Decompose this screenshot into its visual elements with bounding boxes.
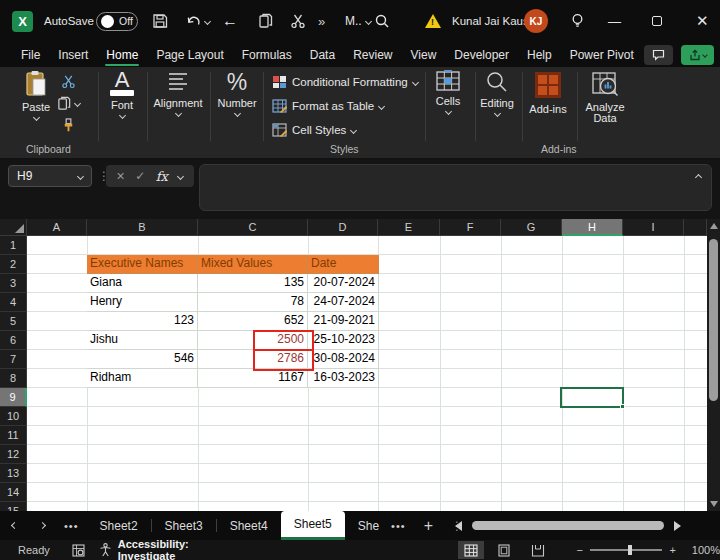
scroll-down-icon[interactable]: [710, 501, 718, 507]
previous-sheet-button[interactable]: [0, 523, 28, 528]
font-group-button[interactable]: A Font: [96, 70, 148, 132]
cancel-entry-button[interactable]: ×: [117, 168, 125, 184]
column-header-e[interactable]: E: [378, 219, 440, 236]
tab-file[interactable]: File: [12, 42, 49, 67]
addins-button[interactable]: Add-ins: [522, 70, 574, 132]
column-header-d[interactable]: D: [308, 219, 378, 236]
tab-review[interactable]: Review: [344, 42, 401, 67]
select-all-button[interactable]: [0, 219, 27, 236]
formula-input[interactable]: [199, 164, 712, 211]
vertical-scroll-thumb[interactable]: [709, 239, 718, 401]
zoom-out-button[interactable]: −: [577, 544, 583, 556]
undo-button[interactable]: [185, 0, 210, 42]
column-header-i[interactable]: I: [623, 219, 684, 236]
header-executive-names[interactable]: Executive Names: [87, 255, 198, 274]
accessibility-button[interactable]: [99, 543, 112, 557]
row-header-7[interactable]: 7: [0, 350, 27, 369]
row-header-10[interactable]: 10: [0, 407, 27, 426]
maximize-button[interactable]: [652, 0, 662, 42]
zoom-in-button[interactable]: +: [669, 544, 675, 556]
tab-developer[interactable]: Developer: [445, 42, 518, 67]
page-layout-view-button[interactable]: [492, 541, 517, 559]
back-arrow-button[interactable]: ←: [222, 0, 238, 42]
column-header-f[interactable]: F: [440, 219, 501, 236]
conditional-formatting-button[interactable]: Conditional Formatting: [272, 71, 418, 93]
name-box[interactable]: H9: [8, 165, 92, 187]
number-group-button[interactable]: % Number: [211, 70, 263, 132]
row-header-8[interactable]: 8: [0, 369, 27, 388]
autosave-toggle[interactable]: Off: [96, 0, 138, 42]
row-header-14[interactable]: 14: [0, 483, 27, 502]
cut-ribbon-button[interactable]: [56, 70, 80, 92]
sheet-tab-sheet5-active[interactable]: Sheet5: [281, 511, 345, 540]
sheet-tab-sheet3[interactable]: Sheet3: [152, 511, 216, 540]
column-header-g[interactable]: G: [501, 219, 562, 236]
zoom-slider-thumb[interactable]: [628, 545, 632, 555]
row-header-4[interactable]: 4: [0, 293, 27, 312]
cell-b4[interactable]: Henry: [87, 293, 198, 312]
copy-button[interactable]: [258, 0, 274, 42]
scroll-left-icon[interactable]: [455, 521, 462, 531]
tab-power-pivot[interactable]: Power Pivot: [561, 42, 643, 67]
close-button[interactable]: ✕: [696, 0, 709, 42]
sheet-tab-sheet4[interactable]: Sheet4: [217, 511, 281, 540]
collapse-formula-bar-icon[interactable]: [695, 174, 702, 181]
scroll-right-icon[interactable]: [674, 521, 681, 531]
sheet-body[interactable]: 1 2 3 4 5 6 7 8 9 10 11 12 13 14 15 Exec…: [0, 236, 707, 511]
fx-dropdown-icon[interactable]: [177, 172, 184, 179]
column-header-a[interactable]: A: [27, 219, 87, 236]
all-sheets-button[interactable]: •••: [56, 520, 87, 532]
column-header-b[interactable]: B: [87, 219, 198, 236]
page-break-preview-button[interactable]: [525, 541, 550, 559]
qat-custom-button[interactable]: M..: [345, 0, 371, 42]
row-header-5[interactable]: 5: [0, 312, 27, 331]
copy-ribbon-button[interactable]: [56, 92, 80, 114]
cell-c4[interactable]: 78: [198, 293, 308, 312]
tab-help[interactable]: Help: [518, 42, 561, 67]
row-header-13[interactable]: 13: [0, 464, 27, 483]
save-button[interactable]: [152, 0, 168, 42]
row-header-3[interactable]: 3: [0, 274, 27, 293]
ideas-button[interactable]: [570, 0, 585, 42]
comments-button[interactable]: [644, 45, 673, 65]
cell-b5[interactable]: 123: [87, 312, 198, 331]
confirm-entry-button[interactable]: ✓: [135, 169, 145, 183]
selected-cell-h9[interactable]: [560, 387, 624, 408]
alert-indicator[interactable]: !: [425, 0, 441, 42]
cut-button[interactable]: [290, 0, 306, 42]
accessibility-status[interactable]: Accessibility: Investigate: [118, 538, 247, 560]
tab-view[interactable]: View: [402, 42, 446, 67]
editing-group-button[interactable]: Editing: [471, 70, 523, 132]
qat-more-button[interactable]: »: [318, 0, 325, 42]
share-button[interactable]: [681, 45, 714, 65]
cell-styles-button[interactable]: Cell Styles: [272, 119, 356, 141]
tab-home[interactable]: Home: [97, 42, 147, 67]
column-header-h-selected[interactable]: H: [562, 219, 623, 236]
alignment-group-button[interactable]: Alignment: [152, 70, 204, 132]
header-mixed-values[interactable]: Mixed Values: [198, 255, 308, 274]
account-button[interactable]: KJ: [524, 0, 548, 42]
row-header-12[interactable]: 12: [0, 445, 27, 464]
cell-c8[interactable]: 1167: [198, 369, 308, 388]
next-sheet-button[interactable]: [28, 523, 56, 528]
format-painter-button[interactable]: [56, 114, 80, 136]
zoom-level[interactable]: 100%: [692, 544, 720, 556]
sheet-overflow-button[interactable]: •••: [383, 520, 414, 532]
column-header-c[interactable]: C: [198, 219, 308, 236]
paste-dropdown-icon[interactable]: [32, 114, 39, 121]
macro-record-button[interactable]: [72, 544, 85, 557]
scroll-up-icon[interactable]: [710, 223, 718, 229]
cell-d5[interactable]: 21-09-2021: [308, 312, 379, 331]
cell-c3[interactable]: 135: [198, 274, 308, 293]
tab-formulas[interactable]: Formulas: [233, 42, 301, 67]
add-sheet-button[interactable]: +: [414, 517, 443, 535]
row-header-15[interactable]: 15: [0, 502, 27, 511]
undo-dropdown-icon[interactable]: [204, 17, 211, 24]
fill-handle[interactable]: [620, 404, 625, 409]
tab-insert[interactable]: Insert: [49, 42, 97, 67]
row-header-1[interactable]: 1: [0, 236, 27, 255]
cell-d7[interactable]: 30-08-2024: [308, 350, 379, 369]
cell-b6[interactable]: Jishu: [87, 331, 198, 350]
row-header-2[interactable]: 2: [0, 255, 27, 274]
cell-d6[interactable]: 25-10-2023: [308, 331, 379, 350]
